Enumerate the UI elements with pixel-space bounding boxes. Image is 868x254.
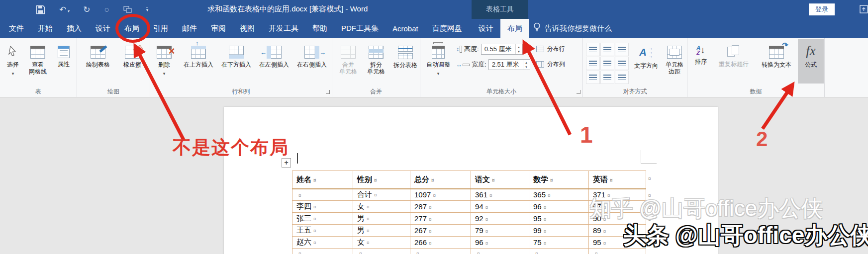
tab-file[interactable]: 文件 (2, 19, 31, 38)
tab-mailings[interactable]: 邮件 (175, 19, 204, 38)
spinner-arrows[interactable] (523, 60, 530, 70)
align-bottom-center-button[interactable] (600, 71, 614, 84)
redo-icon[interactable] (83, 5, 90, 14)
repeat-header-rows-button[interactable]: 重复标题行 (712, 39, 755, 86)
table-cell[interactable]: 王五¤ (292, 225, 353, 237)
table-cell[interactable]: 合计¤ (353, 189, 410, 201)
table-cell[interactable]: ¤ (292, 189, 353, 201)
header-cell[interactable]: 性别¤ (353, 171, 410, 189)
properties-button[interactable]: 属性 (52, 39, 76, 86)
customize-qat-icon[interactable] (146, 7, 149, 12)
tab-baidu-netdisk[interactable]: 百度网盘 (425, 19, 469, 38)
table-cell[interactable]: 266¤ (410, 237, 471, 249)
header-cell[interactable]: 数学¤ (529, 171, 589, 189)
insert-right-button[interactable]: 在右侧插入 (293, 39, 331, 86)
table-cell[interactable]: 96¤ (529, 201, 589, 213)
tab-insert[interactable]: 插入 (60, 19, 89, 38)
split-cells-button[interactable]: 拆分 单元格 (362, 39, 390, 86)
tab-view[interactable]: 视图 (233, 19, 262, 38)
table-cell[interactable]: 男¤ (353, 213, 410, 225)
row-height-label: 高度: (464, 45, 479, 54)
dialog-launcher-icon[interactable] (577, 90, 580, 94)
ribbon-display-options-icon[interactable] (860, 5, 868, 15)
row-height-input[interactable]: 0.55 厘米 (481, 44, 523, 55)
convert-to-text-button[interactable]: 转换为文本 (755, 39, 798, 86)
undo-icon[interactable] (59, 5, 69, 14)
insert-left-button[interactable]: 在左侧插入 (255, 39, 293, 86)
table-cell[interactable]: 95¤ (529, 213, 589, 225)
table-cell[interactable]: ¤ (353, 249, 410, 254)
tab-developer[interactable]: 开发工具 (262, 19, 305, 38)
formula-button[interactable]: 公式 (798, 39, 824, 84)
table-cell[interactable]: 92¤ (471, 213, 529, 225)
tell-me-box[interactable]: 告诉我你想要做什么 (533, 19, 612, 38)
sign-in-button[interactable]: 登录 (809, 3, 835, 15)
annotation-step2-label: 2 (756, 127, 768, 151)
table-cell[interactable]: 361¤ (471, 189, 529, 201)
tab-design[interactable]: 设计 (89, 19, 117, 38)
column-width-input[interactable]: 2.51 厘米 (488, 59, 530, 70)
table-cell[interactable]: 女¤ (353, 237, 410, 249)
header-cell[interactable]: 语文¤ (471, 171, 529, 189)
eraser-button[interactable]: 橡皮擦 (117, 39, 148, 86)
dialog-launcher-icon[interactable] (326, 90, 330, 94)
align-bottom-left-button[interactable] (586, 71, 600, 84)
save-icon[interactable] (36, 5, 45, 14)
tab-references[interactable]: 引用 (146, 19, 175, 38)
table-cell[interactable]: 99¤ (529, 225, 589, 237)
table-cell[interactable]: 赵六¤ (292, 237, 353, 249)
insert-above-button[interactable]: 在上方插入 (180, 39, 217, 86)
sort-button[interactable]: 排序 (689, 39, 712, 86)
align-center-right-button[interactable] (615, 57, 629, 70)
tab-acrobat[interactable]: Acrobat (386, 19, 425, 38)
align-center-button[interactable] (600, 57, 614, 70)
distribute-rows-button[interactable]: 分布行 (536, 45, 565, 53)
text-direction-button[interactable]: 文字方向 (632, 39, 661, 86)
tab-table-design[interactable]: 设计 (472, 19, 500, 38)
table-cell[interactable]: 79¤ (471, 225, 529, 237)
table-cell[interactable]: 女¤ (353, 201, 410, 213)
tab-table-layout[interactable]: 布局 (500, 19, 529, 38)
align-top-right-button[interactable] (615, 43, 629, 56)
align-bottom-right-button[interactable] (615, 71, 629, 84)
spinner-arrows[interactable] (515, 44, 522, 54)
cell-margins-button[interactable]: 单元格 边距 (661, 39, 688, 86)
switch-windows-icon[interactable] (123, 6, 132, 13)
table-cell[interactable]: ¤ (410, 249, 471, 254)
table-cell[interactable]: ¤ (529, 249, 589, 254)
header-cell[interactable]: 姓名¤ (292, 171, 353, 189)
draw-table-button[interactable]: 绘制表格 (79, 39, 117, 86)
tab-home[interactable]: 开始 (31, 19, 60, 38)
tab-review[interactable]: 审阅 (204, 19, 233, 38)
select-button[interactable]: 选择 (2, 39, 24, 86)
tab-help[interactable]: 帮助 (305, 19, 334, 38)
align-top-left-button[interactable] (586, 43, 600, 56)
table-cell[interactable]: 96¤ (471, 237, 529, 249)
header-cell[interactable]: 英语¤ (589, 171, 646, 189)
split-table-button[interactable]: 拆分表格 (390, 39, 421, 86)
view-gridlines-button[interactable]: 查看 网格线 (24, 39, 52, 86)
table-cell[interactable]: 75¤ (529, 237, 589, 249)
touch-mode-icon[interactable] (104, 5, 109, 14)
table-cell[interactable]: 287¤ (410, 201, 471, 213)
header-cell[interactable]: 总分¤ (410, 171, 471, 189)
table-cell[interactable]: ¤ (471, 249, 529, 254)
tab-pdf-tools[interactable]: PDF工具集 (334, 19, 386, 38)
delete-button[interactable]: 删除 (152, 39, 176, 86)
merge-cells-button[interactable]: 合并 单元格 (334, 39, 362, 86)
autofit-button[interactable]: 自动调整 (422, 39, 454, 86)
distribute-columns-button[interactable]: 分布列 (536, 60, 565, 69)
table-cell[interactable]: 267¤ (410, 225, 471, 237)
table-cell[interactable]: 李四¤ (292, 201, 353, 213)
align-center-left-button[interactable] (586, 57, 600, 70)
table-cell[interactable]: 男¤ (353, 225, 410, 237)
table-cell[interactable]: 365¤ (529, 189, 589, 201)
tab-layout[interactable]: 布局 (117, 19, 146, 38)
insert-below-button[interactable]: 在下方插入 (217, 39, 255, 86)
table-cell[interactable]: 94¤ (471, 201, 529, 213)
table-cell[interactable]: 1097¤ (410, 189, 471, 201)
table-cell[interactable]: ¤ (292, 249, 353, 254)
align-top-center-button[interactable] (600, 43, 614, 56)
table-cell[interactable]: 277¤ (410, 213, 471, 225)
table-cell[interactable]: 张三¤ (292, 213, 353, 225)
